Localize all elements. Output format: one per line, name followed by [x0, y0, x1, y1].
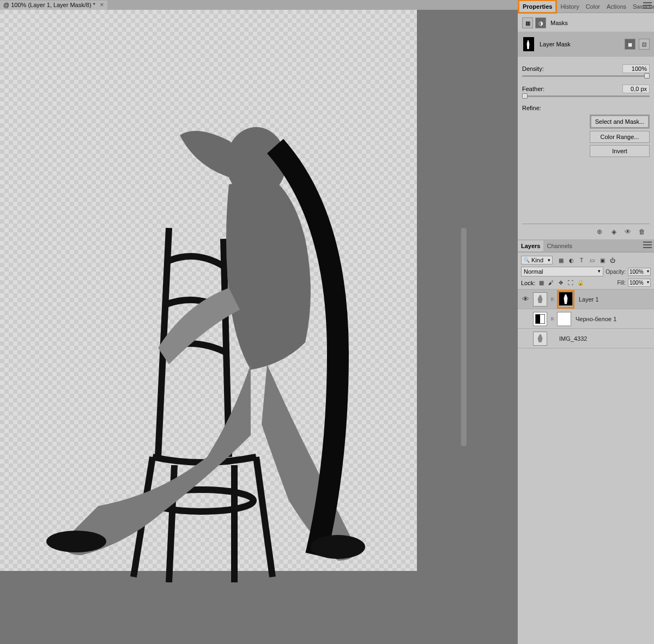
- opacity-input[interactable]: 100%: [628, 268, 651, 276]
- tab-color[interactable]: Color: [583, 1, 603, 12]
- lock-transparency-icon[interactable]: ▦: [537, 279, 545, 287]
- filter-smart-icon[interactable]: ▣: [598, 256, 606, 264]
- canvas[interactable]: [0, 10, 417, 571]
- vertical-scrollbar[interactable]: [461, 228, 467, 446]
- layer-mask-thumbnail[interactable]: [557, 312, 571, 326]
- panel-menu-icon[interactable]: [643, 242, 652, 248]
- slider-thumb[interactable]: [522, 93, 528, 99]
- blend-row: Normal Opacity: 100%: [521, 267, 651, 276]
- lock-artboard-icon[interactable]: ⛶: [567, 279, 574, 287]
- filter-adjustment-icon[interactable]: ◐: [567, 256, 575, 264]
- feather-input[interactable]: [622, 85, 650, 93]
- lock-position-icon[interactable]: ✥: [557, 279, 565, 287]
- kind-filter-select[interactable]: Kind: [521, 256, 553, 264]
- tab-layers[interactable]: Layers: [518, 240, 543, 251]
- select-and-mask-button[interactable]: Select and Mask...: [590, 115, 650, 129]
- lock-all-icon[interactable]: 🔒: [577, 279, 584, 287]
- add-pixel-mask-icon[interactable]: ◼: [625, 39, 635, 50]
- invert-button[interactable]: Invert: [590, 145, 650, 157]
- layer-thumbnail[interactable]: [533, 292, 547, 306]
- subject-image: [33, 108, 371, 582]
- pixels-mask-icon[interactable]: ▦: [522, 17, 533, 28]
- layers-list: 👁 ⎘ Layer 1 ⎘ Черно-белое 1 IMG_4332: [518, 289, 654, 348]
- mask-thumbnail: [523, 37, 534, 51]
- opacity-label: Opacity:: [605, 269, 626, 275]
- apply-mask-icon[interactable]: ◈: [609, 227, 618, 236]
- refine-label: Refine:: [522, 105, 650, 111]
- close-icon[interactable]: ×: [100, 2, 104, 8]
- layer-mask-thumbnail[interactable]: [559, 292, 573, 306]
- layer-row[interactable]: 👁 ⎘ Layer 1: [518, 290, 654, 309]
- add-vector-mask-icon[interactable]: ⊡: [639, 39, 650, 50]
- document-tab[interactable]: @ 100% (Layer 1, Layer Mask/8) * ×: [0, 1, 107, 10]
- mask-icon[interactable]: ◑: [535, 17, 546, 28]
- svg-point-3: [311, 535, 365, 559]
- properties-header: ▦ ◑ Masks: [522, 17, 650, 32]
- layer-mask-row: Layer Mask ◼ ⊡: [518, 32, 654, 57]
- fill-input[interactable]: 100%: [628, 279, 651, 287]
- feather-label: Feather:: [522, 86, 544, 92]
- lock-pixels-icon[interactable]: 🖌: [547, 279, 555, 287]
- filter-toggle-icon[interactable]: ⏻: [609, 256, 616, 264]
- bottom-panel-tabs: Layers Channels: [518, 239, 654, 252]
- tab-properties[interactable]: Properties: [518, 0, 557, 14]
- tab-history[interactable]: History: [557, 1, 582, 12]
- layer-name[interactable]: Layer 1: [579, 296, 599, 303]
- toggle-visibility-icon[interactable]: 👁: [623, 227, 632, 236]
- layer-filter-row: Kind ▦ ◐ T ▭ ▣ ⏻: [521, 256, 651, 264]
- document-title: @ 100% (Layer 1, Layer Mask/8) *: [3, 2, 95, 8]
- density-label: Density:: [522, 65, 544, 72]
- fill-label: Fill:: [617, 280, 626, 286]
- color-range-button[interactable]: Color Range...: [590, 131, 650, 143]
- panel-menu-icon[interactable]: [643, 2, 652, 9]
- top-panel-tabs: Properties History Color Actions Swatche…: [518, 0, 654, 13]
- feather-slider[interactable]: [522, 95, 650, 97]
- feather-group: Feather:: [522, 85, 650, 97]
- slider-thumb[interactable]: [644, 73, 650, 79]
- link-icon[interactable]: ⎘: [549, 316, 555, 322]
- lock-row: Lock: ▦ 🖌 ✥ ⛶ 🔒 Fill: 100%: [521, 279, 651, 287]
- link-icon[interactable]: ⎘: [549, 297, 555, 302]
- layer-name[interactable]: IMG_4332: [559, 335, 587, 342]
- density-slider[interactable]: [522, 75, 650, 77]
- mask-label: Layer Mask: [540, 41, 571, 47]
- layer-name[interactable]: Черно-белое 1: [576, 316, 616, 322]
- adjustment-thumbnail[interactable]: [533, 312, 547, 326]
- tab-actions[interactable]: Actions: [603, 1, 629, 12]
- properties-panel: ▦ ◑ Masks Layer Mask ◼ ⊡ Density: Feathe…: [518, 13, 654, 239]
- trash-icon[interactable]: 🗑: [638, 227, 646, 236]
- load-selection-icon[interactable]: ⊕: [595, 227, 604, 236]
- properties-title: Masks: [550, 20, 568, 26]
- layers-panel: Kind ▦ ◐ T ▭ ▣ ⏻ Normal Opacity: 100% Lo…: [518, 252, 654, 644]
- filter-type-icon[interactable]: T: [578, 256, 585, 264]
- filter-shape-icon[interactable]: ▭: [588, 256, 596, 264]
- right-panel-column: Properties History Color Actions Swatche…: [518, 0, 654, 644]
- layer-thumbnail[interactable]: [533, 332, 547, 346]
- blend-mode-select[interactable]: Normal: [521, 267, 603, 276]
- layer-row[interactable]: ⎘ Черно-белое 1: [518, 309, 654, 329]
- workspace-area: [0, 10, 467, 644]
- svg-point-2: [46, 531, 106, 552]
- properties-footer: ⊕ ◈ 👁 🗑: [522, 224, 650, 239]
- visibility-toggle-icon[interactable]: 👁: [520, 295, 531, 303]
- density-group: Density:: [522, 64, 650, 77]
- lock-label: Lock:: [521, 280, 535, 286]
- density-input[interactable]: [622, 64, 650, 73]
- tab-channels[interactable]: Channels: [543, 240, 575, 251]
- filter-pixel-icon[interactable]: ▦: [557, 256, 565, 264]
- layer-row[interactable]: IMG_4332: [518, 329, 654, 348]
